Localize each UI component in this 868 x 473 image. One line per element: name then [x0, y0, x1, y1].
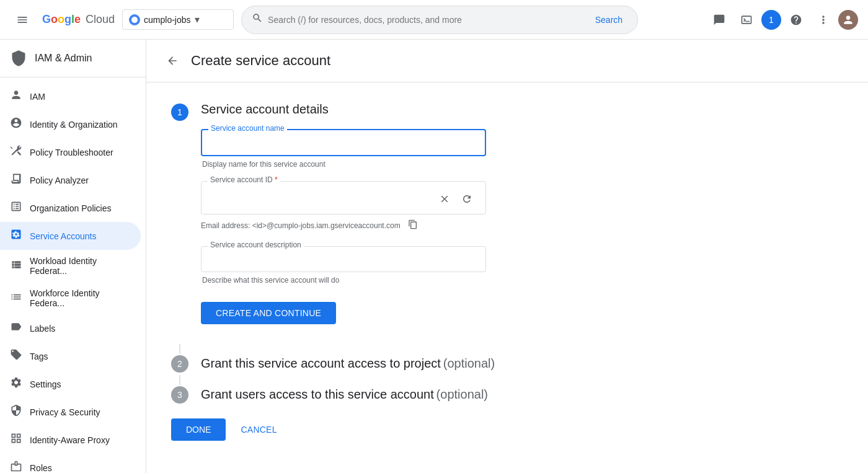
cloud-logo-text: Cloud — [86, 13, 115, 26]
sidebar-item-workforce-identity-label: Workforce Identity Federa... — [30, 288, 131, 308]
list-icon — [10, 291, 22, 306]
email-row: Email address: <id>@cumplo-jobs.iam.gser… — [201, 217, 486, 234]
project-selector[interactable]: cumplo-jobs ▾ — [122, 9, 234, 30]
service-account-id-input[interactable] — [210, 193, 432, 205]
sidebar-item-identity-org[interactable]: Identity & Organization — [0, 110, 141, 138]
terminal-icon-button[interactable] — [734, 7, 759, 32]
project-name: cumplo-jobs — [144, 15, 190, 25]
sidebar-item-policy-troubleshooter-label: Policy Troubleshooter — [30, 148, 113, 157]
sidebar-item-policy-analyzer-label: Policy Analyzer — [30, 175, 89, 185]
sidebar-item-org-policies-label: Organization Policies — [30, 203, 112, 213]
step3-optional: (optional) — [436, 387, 488, 401]
sidebar-item-iam-label: IAM — [30, 92, 45, 102]
sidebar-item-workforce-identity[interactable]: Workforce Identity Federa... — [0, 282, 141, 314]
service-account-description-input[interactable] — [210, 254, 477, 267]
step3-number: 3 — [171, 386, 188, 404]
service-account-description-field: Service account description Describe wha… — [201, 246, 486, 285]
step1-section: 1 Service account details Service accoun… — [171, 102, 843, 324]
sidebar-item-labels[interactable]: Labels — [0, 314, 141, 342]
name-field-label: Service account name — [208, 124, 287, 133]
desc-field-wrapper: Service account description — [201, 246, 486, 272]
sidebar-item-settings-label: Settings — [30, 379, 61, 389]
service-account-id-field: Service account ID * — [201, 181, 486, 234]
list-alt-icon — [10, 200, 22, 216]
sidebar-item-org-policies[interactable]: Organization Policies — [0, 194, 141, 222]
security-icon — [10, 404, 22, 420]
refresh-id-button[interactable] — [457, 189, 477, 209]
sidebar-item-workload-identity[interactable]: Workload Identity Federat... — [0, 250, 141, 282]
menu-button[interactable] — [10, 7, 35, 32]
email-address-text: Email address: <id>@cumplo-jobs.iam.gser… — [201, 221, 401, 230]
sidebar-item-iam[interactable]: IAM — [0, 82, 141, 110]
sidebar-navigation: IAM Identity & Organization Policy Troub… — [0, 77, 146, 473]
step-connector2-line — [179, 375, 180, 385]
search-bar: Search — [241, 6, 638, 34]
topbar-actions: 1 — [707, 7, 858, 32]
search-icon — [252, 12, 263, 27]
create-and-continue-button[interactable]: CREATE AND CONTINUE — [201, 302, 336, 324]
connector2-wrapper — [171, 375, 188, 385]
person-icon — [10, 89, 22, 104]
user-avatar[interactable] — [838, 10, 858, 30]
iam-admin-icon — [10, 50, 27, 67]
back-button[interactable] — [161, 50, 184, 72]
sidebar-header: IAM & Admin — [0, 40, 146, 77]
main-content: Create service account 1 Service account… — [146, 40, 868, 473]
sidebar-title: IAM & Admin — [35, 53, 92, 64]
bottom-buttons: DONE CANCEL — [171, 418, 843, 441]
sidebar-item-tags-label: Tags — [30, 351, 48, 361]
desc-field-label: Service account description — [208, 241, 304, 249]
chevron-down-icon: ▾ — [195, 14, 200, 25]
id-field-label: Service account ID * — [208, 175, 280, 184]
google-cloud-logo[interactable]: Google Cloud — [42, 13, 115, 26]
step1-title: Service account details — [201, 102, 843, 117]
step2-number: 2 — [171, 355, 188, 373]
sidebar-item-roles-label: Roles — [30, 463, 52, 473]
step-connector-section — [171, 344, 843, 354]
settings-applications-icon — [10, 228, 22, 244]
page-title: Create service account — [191, 53, 330, 69]
account-badge[interactable]: 1 — [761, 10, 781, 30]
project-icon — [129, 14, 140, 25]
more-options-button[interactable] — [811, 7, 836, 32]
chat-icon-button[interactable] — [707, 7, 732, 32]
sidebar-item-settings[interactable]: Settings — [0, 370, 141, 398]
step3-section: 3 Grant users access to this service acc… — [171, 385, 843, 404]
name-field-helper: Display name for this service account — [201, 160, 486, 169]
sidebar-item-tags[interactable]: Tags — [0, 342, 141, 370]
sidebar: IAM & Admin IAM Identity & Organization — [0, 40, 146, 473]
settings-icon — [10, 376, 22, 392]
sidebar-item-identity-aware-proxy-label: Identity-Aware Proxy — [30, 435, 110, 445]
step1-content: Service account details Service account … — [201, 102, 843, 324]
cancel-button[interactable]: CANCEL — [231, 418, 286, 441]
account-circle-icon — [10, 117, 22, 132]
topbar: Google Cloud cumplo-jobs ▾ Search 1 — [0, 0, 868, 40]
step3-title: Grant users access to this service accou… — [201, 387, 434, 401]
service-account-name-input[interactable] — [211, 138, 476, 150]
sidebar-item-roles[interactable]: Roles — [0, 454, 141, 473]
sidebar-item-workload-identity-label: Workload Identity Federat... — [30, 256, 131, 276]
search-input[interactable] — [268, 15, 585, 25]
sidebar-item-policy-troubleshooter[interactable]: Policy Troubleshooter — [0, 138, 141, 166]
done-button[interactable]: DONE — [171, 418, 226, 441]
label-icon — [10, 320, 22, 336]
id-field-actions — [210, 189, 477, 209]
build-icon — [10, 144, 22, 160]
content-header: Create service account — [146, 40, 868, 82]
sidebar-item-privacy-security[interactable]: Privacy & Security — [0, 398, 141, 426]
clear-id-button[interactable] — [435, 189, 454, 209]
step3-content: Grant users access to this service accou… — [201, 385, 488, 404]
content-body: 1 Service account details Service accoun… — [146, 82, 868, 461]
search-button[interactable]: Search — [590, 11, 627, 29]
main-layout: IAM & Admin IAM Identity & Organization — [0, 40, 868, 473]
step-connector-line — [179, 344, 180, 354]
sidebar-item-privacy-security-label: Privacy & Security — [30, 407, 100, 417]
view-list-icon — [10, 259, 22, 274]
tag-icon — [10, 348, 22, 364]
sidebar-item-identity-aware-proxy[interactable]: Identity-Aware Proxy — [0, 426, 141, 454]
copy-email-button[interactable] — [405, 217, 420, 234]
sidebar-item-service-accounts[interactable]: Service Accounts — [0, 222, 141, 250]
step2-content: Grant this service account access to pro… — [201, 354, 495, 373]
sidebar-item-policy-analyzer[interactable]: Policy Analyzer — [0, 166, 141, 194]
help-icon-button[interactable] — [784, 7, 808, 32]
